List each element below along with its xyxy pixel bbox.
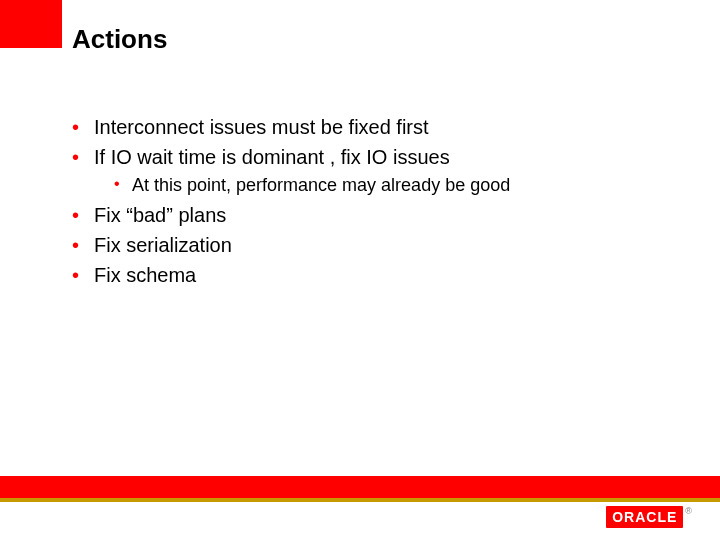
bullet-text: At this point, performance may already b… xyxy=(132,175,510,195)
slide-body: Interconnect issues must be fixed first … xyxy=(72,112,680,290)
slide-title: Actions xyxy=(72,24,167,55)
sub-bullet-item: At this point, performance may already b… xyxy=(114,172,680,200)
slide: Actions Interconnect issues must be fixe… xyxy=(0,0,720,540)
registered-mark: ® xyxy=(685,506,692,516)
bullet-item: Fix serialization xyxy=(72,230,680,260)
bullet-text: If IO wait time is dominant , fix IO iss… xyxy=(94,146,450,168)
bullet-item: Interconnect issues must be fixed first xyxy=(72,112,680,142)
footer-bar xyxy=(0,476,720,502)
bullet-item: If IO wait time is dominant , fix IO iss… xyxy=(72,142,680,200)
bullet-text: Fix “bad” plans xyxy=(94,204,226,226)
oracle-logo-box: ORACLE xyxy=(606,506,683,528)
bullet-item: Fix schema xyxy=(72,260,680,290)
sub-bullet-list: At this point, performance may already b… xyxy=(94,172,680,200)
oracle-logo-text: ORACLE xyxy=(612,509,677,525)
bullet-text: Fix schema xyxy=(94,264,196,286)
bullet-text: Fix serialization xyxy=(94,234,232,256)
bullet-item: Fix “bad” plans xyxy=(72,200,680,230)
bullet-text: Interconnect issues must be fixed first xyxy=(94,116,429,138)
bullet-list: Interconnect issues must be fixed first … xyxy=(72,112,680,290)
oracle-logo: ORACLE ® xyxy=(606,506,692,528)
header-accent-block xyxy=(0,0,62,48)
